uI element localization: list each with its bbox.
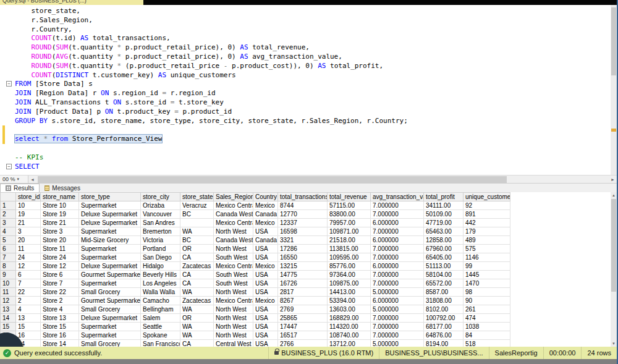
grid-cell[interactable]: Central West (214, 340, 253, 347)
column-header[interactable]: Sales_Region (214, 193, 253, 201)
grid-cell[interactable]: Salem (141, 314, 180, 323)
grid-cell[interactable]: 67960.00 (424, 245, 464, 253)
grid-cell[interactable]: 6.000000 (371, 236, 424, 245)
grid-cell[interactable]: Small Grocery (79, 305, 141, 314)
grid-cell[interactable]: Mid-Size Grocery (79, 236, 141, 245)
select-all-corner[interactable] (1, 193, 16, 201)
grid-cell[interactable]: 13603.00 (328, 305, 371, 314)
grid-cell[interactable]: San Francisco (141, 340, 180, 347)
grid-cell[interactable]: 5.000000 (371, 305, 424, 314)
row-header[interactable]: 8 (1, 262, 16, 271)
grid-cell[interactable]: Los Angeles (141, 279, 180, 288)
grid-cell[interactable]: USA (253, 331, 278, 340)
grid-cell[interactable]: Canada (253, 236, 278, 245)
grid-cell[interactable]: Mexico (253, 201, 278, 210)
column-header[interactable]: store_type (79, 193, 141, 201)
scroll-right-button[interactable]: ► (609, 176, 617, 184)
grid-cell[interactable]: 489 (464, 236, 510, 245)
grid-cell[interactable]: 109875.00 (328, 279, 371, 288)
grid-cell[interactable]: 12 (16, 262, 41, 271)
grid-cell[interactable]: 7.000000 (371, 279, 424, 288)
grid-cell[interactable]: 14413.00 (328, 288, 371, 297)
grid-cell[interactable]: Store 22 (41, 288, 79, 297)
grid-cell[interactable]: Mexico (253, 297, 278, 305)
grid-cell[interactable]: Beverly Hills (141, 271, 180, 279)
grid-cell[interactable]: Store 3 (41, 227, 79, 236)
grid-cell[interactable]: Store 4 (41, 305, 79, 314)
grid-cell[interactable]: 179 (464, 227, 510, 236)
grid-cell[interactable]: 518 (464, 340, 510, 347)
editor-vertical-scrollbar[interactable] (611, 5, 617, 175)
column-header[interactable]: total_transactions (278, 193, 328, 201)
grid-cell[interactable]: Zacatecas (180, 297, 214, 305)
grid-cell[interactable]: OR (180, 245, 214, 253)
grid-cell[interactable]: 83800.00 (328, 210, 371, 219)
column-header[interactable]: Country (253, 193, 278, 201)
code-line[interactable]: r.Country, (0, 25, 611, 35)
results-grid[interactable]: store_idstore_namestore_typestore_cityst… (0, 192, 510, 347)
grid-cell[interactable]: BC (180, 210, 214, 219)
grid-cell[interactable]: 891 (464, 210, 510, 219)
grid-cell[interactable]: 17286 (278, 245, 328, 253)
grid-cell[interactable]: Camacho (141, 297, 180, 305)
grid-cell[interactable]: 25865 (278, 314, 328, 323)
grid-cell[interactable]: 108740.00 (328, 331, 371, 340)
login-status[interactable]: BUSINESS_PLUS\BUSINESS... (379, 347, 488, 359)
grid-cell[interactable]: North West (214, 288, 253, 297)
grid-cell[interactable]: Portland (141, 245, 180, 253)
grid-cell[interactable]: 6 (16, 271, 41, 279)
row-header[interactable]: 12 (1, 297, 16, 305)
grid-cell[interactable]: North West (214, 305, 253, 314)
row-header[interactable]: 6 (1, 245, 16, 253)
grid-cell[interactable]: Supermarket (79, 201, 141, 210)
grid-cell[interactable]: 99 (464, 262, 510, 271)
grid-cell[interactable]: 7.000000 (371, 314, 424, 323)
scroll-up-icon[interactable]: ▲ (611, 192, 617, 198)
code-line[interactable]: ROUND(AVG(t.quantity * p.product_retail_… (0, 53, 611, 62)
code-line[interactable]: store_state, (0, 7, 611, 16)
grid-cell[interactable]: 53394.00 (328, 297, 371, 305)
grid-cell[interactable]: 34111.00 (424, 201, 464, 210)
grid-cell[interactable]: 8102.00 (424, 305, 464, 314)
column-header[interactable]: total_revenue (328, 193, 371, 201)
grid-cell[interactable]: 16517 (278, 331, 328, 340)
grid-cell[interactable]: Canada West (214, 210, 253, 219)
grid-cell[interactable]: 8744 (278, 201, 328, 210)
grid-cell[interactable]: 57115.00 (328, 201, 371, 210)
grid-cell[interactable]: 7.000000 (371, 331, 424, 340)
grid-cell[interactable]: Bremerton (141, 227, 180, 236)
grid-cell[interactable]: Small Grocery (79, 340, 141, 347)
scrollbar-thumb[interactable] (611, 199, 616, 292)
grid-cell[interactable]: 24 (16, 253, 41, 262)
grid-cell[interactable]: CA (180, 279, 214, 288)
grid-vertical-scrollbar[interactable]: ▲ ▼ (611, 192, 617, 347)
grid-cell[interactable]: 12858.00 (424, 236, 464, 245)
grid-cell[interactable]: 7 (16, 279, 41, 288)
grid-cell[interactable]: 58104.00 (424, 271, 464, 279)
grid-cell[interactable]: Supermarket (79, 253, 141, 262)
grid-cell[interactable]: 3321 (278, 236, 328, 245)
scrollbar-thumb[interactable] (611, 7, 616, 75)
column-header[interactable]: store_id (16, 193, 41, 201)
grid-cell[interactable]: 85776.00 (328, 262, 371, 271)
grid-cell[interactable]: Mexico Central (214, 219, 253, 227)
row-header[interactable]: 5 (1, 236, 16, 245)
grid-cell[interactable]: 7.000000 (371, 227, 424, 236)
grid-cell[interactable]: North West (214, 314, 253, 323)
grid-cell[interactable]: 84 (464, 331, 510, 340)
grid-cell[interactable]: 113815.00 (328, 245, 371, 253)
grid-cell[interactable]: WA (180, 331, 214, 340)
scroll-left-button[interactable]: ◄ (28, 176, 36, 184)
code-line[interactable]: GROUP BY s.store_id, store_name, store_t… (0, 117, 611, 126)
grid-cell[interactable]: 51113.00 (424, 262, 464, 271)
grid-cell[interactable]: 14775 (278, 271, 328, 279)
grid-cell[interactable]: USA (253, 305, 278, 314)
row-header[interactable]: 13 (1, 305, 16, 314)
grid-cell[interactable]: 1146 (464, 253, 510, 262)
sql-editor[interactable]: store_state, r.Sales_Region, r.Country, … (0, 5, 611, 175)
row-header[interactable]: 14 (1, 314, 16, 323)
grid-cell[interactable]: Deluxe Supermarket (79, 219, 141, 227)
grid-cell[interactable]: 16550 (278, 253, 328, 262)
grid-cell[interactable]: 6.000000 (371, 297, 424, 305)
grid-cell[interactable]: 8194.00 (424, 340, 464, 347)
